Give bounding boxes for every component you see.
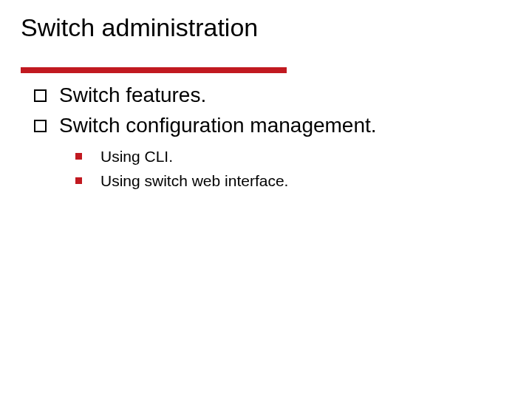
bullet-text: Using switch web interface.	[100, 172, 288, 189]
bullet-text: Using CLI.	[100, 148, 173, 165]
list-item: Using switch web interface.	[59, 169, 511, 194]
bullet-list-level1: Switch features. Switch configuration ma…	[27, 81, 511, 193]
list-item: Switch configuration management. Using C…	[27, 111, 511, 194]
slide-body: Switch features. Switch configuration ma…	[21, 81, 511, 193]
list-item: Switch features.	[27, 81, 511, 111]
list-item: Using CLI.	[59, 145, 511, 169]
bullet-list-level2: Using CLI. Using switch web interface.	[59, 145, 511, 193]
bullet-text: Switch features.	[59, 83, 206, 106]
accent-divider	[21, 67, 287, 73]
bullet-text: Switch configuration management.	[59, 114, 377, 137]
slide-title: Switch administration	[21, 13, 511, 42]
